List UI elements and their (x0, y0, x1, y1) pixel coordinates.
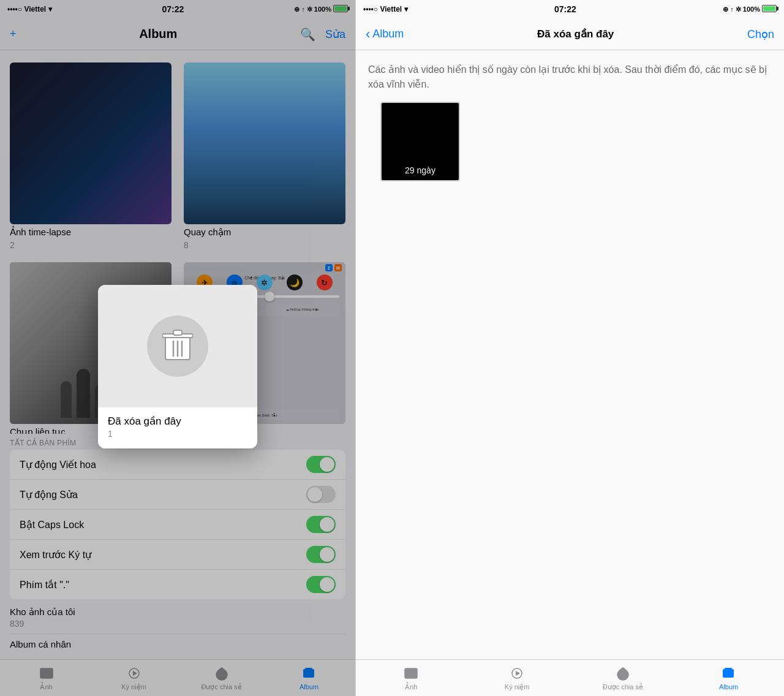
right-bluetooth-icon: ✲ (736, 6, 741, 13)
right-time: 07:22 (554, 4, 576, 14)
select-button[interactable]: Chọn (747, 28, 774, 41)
tab-album-right[interactable]: Album (676, 665, 782, 690)
popup-count: 1 (108, 429, 247, 439)
photo-icon-right (403, 665, 419, 681)
tab-label-album-right: Album (719, 683, 738, 690)
battery-icon-right (762, 5, 777, 13)
right-panel: ••••○ Viettel ▾ 07:22 ⊕ ↑ ✲ 100% ‹ Album… (355, 0, 784, 696)
chevron-left-icon: ‹ (366, 26, 370, 42)
tab-memories-right[interactable]: Ký niệm (464, 665, 570, 691)
tab-shared-right[interactable]: Được chia sẻ (570, 665, 676, 691)
tab-label-photos-right: Ảnh (405, 683, 417, 691)
memories-icon-right (509, 665, 525, 681)
svg-rect-17 (725, 668, 732, 669)
right-carrier: ••••○ Viettel ▾ (363, 5, 408, 13)
right-location-icon: ⊕ (723, 6, 728, 13)
deleted-items-area: 29 ngày (356, 102, 784, 181)
svg-rect-8 (173, 330, 182, 335)
back-label: Album (372, 28, 404, 40)
days-label: 29 ngày (382, 165, 459, 175)
svg-rect-16 (723, 669, 734, 678)
battery-pct-right: 100% (743, 6, 760, 13)
right-status-icons: ⊕ ↑ ✲ 100% (723, 5, 777, 13)
popup-overlay: Đã xóa gần đây 1 (0, 0, 355, 696)
popup-card[interactable]: Đã xóa gần đây 1 (98, 285, 257, 448)
trash-icon (162, 329, 193, 363)
tab-photos-right[interactable]: Ảnh (358, 665, 464, 691)
right-tab-bar: Ảnh Ký niệm Được chia sẻ (356, 659, 784, 696)
trash-circle (147, 316, 208, 377)
svg-marker-15 (516, 671, 520, 676)
popup-info: Đã xóa gần đây 1 (98, 407, 257, 448)
description-text: Các ảnh và video hiển thị số ngày còn lạ… (356, 50, 784, 102)
album-icon-right (721, 665, 737, 681)
back-button[interactable]: ‹ Album (366, 26, 404, 42)
popup-thumb (98, 285, 257, 407)
popup-title: Đã xóa gần đây (108, 415, 247, 428)
left-panel: ••••○ Viettel ▾ 07:22 ⊕ ↑ ✲ 100% + Album… (0, 0, 355, 696)
right-nav-bar: ‹ Album Đã xóa gần đây Chọn (356, 18, 784, 50)
right-status-bar: ••••○ Viettel ▾ 07:22 ⊕ ↑ ✲ 100% (356, 0, 784, 18)
right-arrow-icon: ↑ (730, 6, 734, 13)
tab-label-memories-right: Ký niệm (505, 683, 530, 691)
tab-label-shared-right: Được chia sẻ (603, 683, 643, 691)
shared-icon-right (615, 665, 631, 681)
deleted-thumb[interactable]: 29 ngày (380, 102, 460, 181)
right-nav-title: Đã xóa gần đây (537, 28, 614, 40)
